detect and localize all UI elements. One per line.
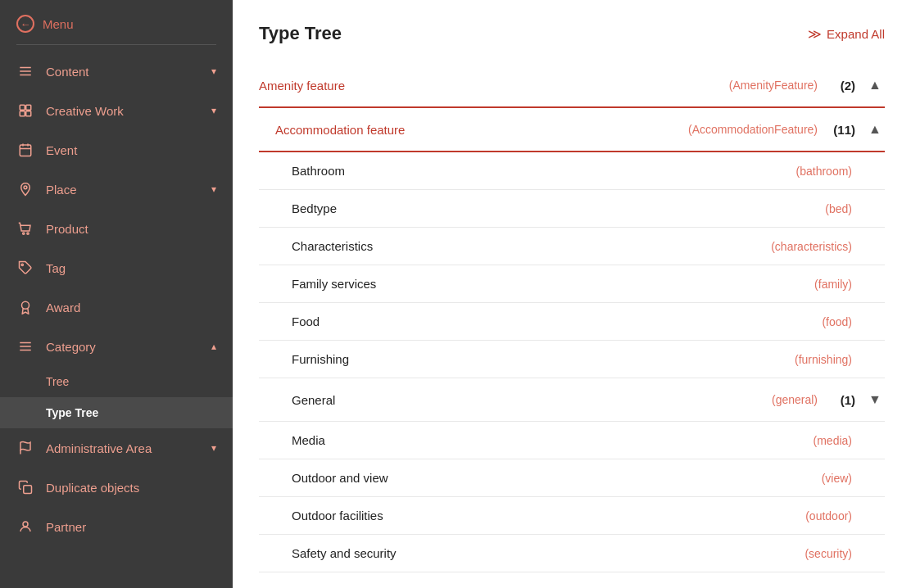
main-content: Type Tree ≫ Expand All Amenity feature(A… — [233, 0, 911, 588]
tree-row-label: Characteristics — [292, 239, 771, 253]
tree-row-type: (view) — [822, 472, 852, 485]
table-row[interactable]: Food(food) — [259, 303, 885, 341]
flag-icon — [16, 439, 34, 457]
tree-row-type: (general) — [772, 393, 818, 406]
table-row[interactable]: Media(media) — [259, 422, 885, 459]
tree-row-label: Amenity feature — [259, 79, 729, 93]
menu-icon: ← — [16, 15, 34, 33]
content-arrow-icon: ▾ — [211, 66, 216, 77]
sidebar-item-creative-work[interactable]: Creative Work ▾ — [0, 91, 233, 130]
table-row[interactable]: Furnishing(furnishing) — [259, 341, 885, 378]
sidebar-item-product[interactable]: Product — [0, 209, 233, 248]
svg-rect-4 — [26, 105, 31, 110]
sidebar-tag-label: Tag — [46, 261, 216, 275]
tree-row-type: (characteristics) — [771, 240, 852, 253]
expand-all-label: Expand All — [827, 27, 885, 41]
tree-row-label: Safety and security — [292, 546, 804, 560]
sidebar-item-content[interactable]: Content ▾ — [0, 52, 233, 91]
sidebar-sub-item-tree[interactable]: Tree — [0, 366, 233, 397]
tree-row-count: (1) — [831, 393, 855, 407]
svg-rect-7 — [20, 145, 31, 156]
table-row[interactable]: Amenity feature(AmenityFeature)(2)▲ — [259, 64, 885, 108]
sidebar-item-tag[interactable]: Tag — [0, 248, 233, 287]
table-row[interactable]: Accommodation feature(AccommodationFeatu… — [259, 108, 885, 152]
tag-icon — [16, 259, 34, 277]
tree-row-type: (security) — [804, 547, 852, 560]
sidebar-admin-area-label: Administrative Area — [46, 441, 200, 455]
table-row[interactable]: Characteristics(characteristics) — [259, 228, 885, 265]
product-icon — [16, 219, 34, 237]
sidebar-partner-label: Partner — [46, 520, 216, 534]
sidebar-item-duplicate-objects[interactable]: Duplicate objects — [0, 468, 233, 507]
sidebar-award-label: Award — [46, 301, 216, 314]
event-icon — [16, 141, 34, 159]
svg-point-13 — [27, 233, 29, 234]
svg-point-14 — [21, 264, 23, 265]
admin-area-arrow-icon: ▾ — [211, 442, 216, 454]
sidebar-item-partner[interactable]: Partner — [0, 507, 233, 546]
type-tree-table: Amenity feature(AmenityFeature)(2)▲Accom… — [259, 64, 885, 572]
tree-row-type: (furnishing) — [795, 353, 852, 366]
tree-row-label: Family services — [292, 277, 814, 291]
expand-all-button[interactable]: ≫ Expand All — [808, 26, 885, 42]
tree-row-count: (2) — [831, 79, 855, 93]
partner-icon — [16, 518, 34, 536]
list-icon — [16, 62, 34, 80]
tree-row-toggle-icon[interactable]: ▲ — [865, 75, 885, 95]
page-title: Type Tree — [259, 23, 342, 44]
sidebar: ← Menu Content ▾ Creative Work ▾ Event P… — [0, 0, 233, 588]
sidebar-item-administrative-area[interactable]: Administrative Area ▾ — [0, 428, 233, 468]
tree-row-toggle-icon[interactable]: ▲ — [865, 120, 885, 139]
place-arrow-icon: ▾ — [211, 183, 216, 195]
svg-point-12 — [23, 233, 25, 234]
svg-point-11 — [24, 186, 27, 189]
sidebar-item-place[interactable]: Place ▾ — [0, 170, 233, 209]
sidebar-item-event[interactable]: Event — [0, 130, 233, 170]
tree-row-label: Accommodation feature — [275, 123, 688, 137]
menu-label: Menu — [43, 17, 74, 31]
table-row[interactable]: Outdoor and view(view) — [259, 459, 885, 497]
table-row[interactable]: Outdoor facilities(outdoor) — [259, 497, 885, 535]
table-row[interactable]: Bedtype(bed) — [259, 190, 885, 228]
sidebar-duplicate-label: Duplicate objects — [46, 481, 216, 495]
tree-row-type: (AmenityFeature) — [729, 79, 818, 92]
sidebar-product-label: Product — [46, 222, 216, 236]
svg-rect-5 — [20, 111, 25, 116]
svg-rect-20 — [24, 486, 32, 494]
sidebar-event-label: Event — [46, 143, 216, 157]
menu-button[interactable]: ← Menu — [0, 0, 233, 44]
sidebar-content-label: Content — [46, 65, 200, 79]
table-row[interactable]: Safety and security(security) — [259, 535, 885, 572]
tree-row-label: Outdoor and view — [292, 471, 822, 485]
duplicate-icon — [16, 478, 34, 496]
tree-row-type: (family) — [814, 278, 852, 291]
creative-work-arrow-icon: ▾ — [211, 105, 216, 116]
place-icon — [16, 180, 34, 198]
award-icon — [16, 298, 34, 316]
sidebar-item-award[interactable]: Award — [0, 287, 233, 327]
sidebar-item-category[interactable]: Category ▴ — [0, 327, 233, 366]
category-icon — [16, 337, 34, 355]
tree-row-label: General — [292, 393, 772, 407]
tree-row-type: (bed) — [825, 202, 852, 215]
tree-row-label: Outdoor facilities — [292, 509, 805, 522]
svg-rect-3 — [20, 105, 25, 110]
sidebar-sub-item-type-tree[interactable]: Type Tree — [0, 397, 233, 428]
tree-row-label: Media — [292, 433, 814, 447]
tree-row-type: (AccommodationFeature) — [688, 123, 818, 136]
table-row[interactable]: General(general)(1)▼ — [259, 378, 885, 422]
tree-row-count: (11) — [831, 123, 855, 137]
table-row[interactable]: Family services(family) — [259, 265, 885, 303]
tree-row-type: (outdoor) — [805, 509, 852, 522]
expand-all-icon: ≫ — [808, 26, 822, 42]
tree-row-type: (food) — [822, 315, 852, 328]
tree-row-label: Bedtype — [292, 201, 825, 215]
sidebar-creative-work-label: Creative Work — [46, 104, 200, 118]
table-row[interactable]: Bathroom(bathroom) — [259, 152, 885, 190]
tree-row-toggle-icon[interactable]: ▼ — [865, 390, 885, 409]
creative-icon — [16, 102, 34, 120]
sidebar-divider — [16, 44, 216, 45]
tree-row-label: Food — [292, 314, 822, 328]
svg-rect-6 — [26, 111, 31, 116]
svg-point-15 — [22, 301, 29, 309]
